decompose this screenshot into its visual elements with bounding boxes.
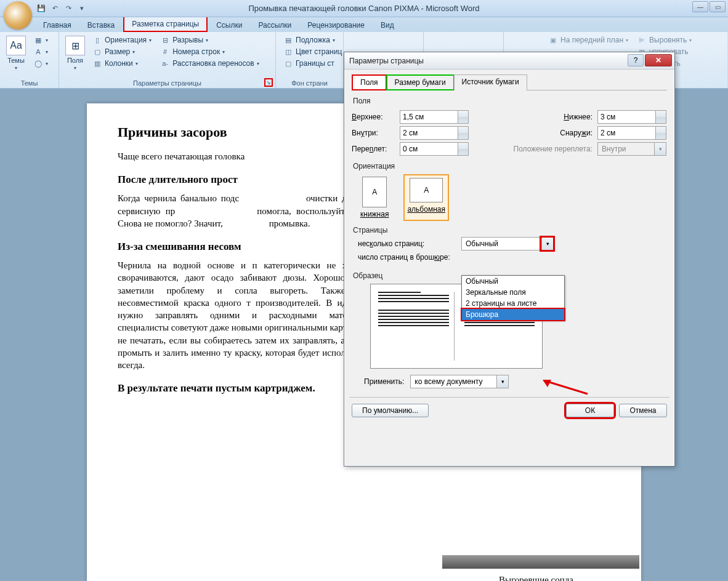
themes-icon: Aa	[6, 36, 26, 55]
multi-pages-label: несколько страниц:	[358, 239, 456, 248]
margins-section-label: Поля	[353, 97, 667, 105]
window-title: Промывка печатающей головки Canon PIXMA …	[0, 4, 728, 13]
dialog-title: Параметры страницы	[349, 57, 424, 65]
portrait-button[interactable]: A книжная	[358, 174, 391, 221]
page-setup-dialog: Параметры страницы ? ✕ Поля Размер бумаг…	[344, 52, 675, 467]
tab-view[interactable]: Вид	[373, 18, 402, 32]
multi-pages-dropdown: Обычный Зеркальные поля 2 страницы на ли…	[461, 275, 565, 321]
dialog-close-button[interactable]: ✕	[645, 54, 672, 66]
redo-icon[interactable]: ↷	[63, 3, 74, 14]
orientation-button[interactable]: ▯Ориентация▾	[90, 34, 154, 46]
top-label: Верхнее:	[352, 113, 395, 121]
columns-button[interactable]: ▥Колонки▾	[90, 58, 154, 69]
cancel-button[interactable]: Отмена	[619, 404, 667, 417]
inside-label: Внутри:	[352, 129, 395, 137]
group-page-bg-label: Фон страни	[281, 79, 338, 87]
hyphenation-button[interactable]: a-Расстановка переносов▾	[158, 58, 262, 69]
gutter-pos-label: Положение переплета:	[512, 145, 593, 153]
doc-h2: После длительного прост	[118, 174, 382, 186]
bring-front-button[interactable]: ▣На передний план▾	[546, 34, 631, 46]
maximize-button[interactable]: ▭	[710, 1, 726, 12]
dropdown-item-normal[interactable]: Обычный	[462, 276, 564, 287]
dropdown-item-two-per[interactable]: 2 страницы на листе	[462, 298, 564, 309]
group-themes-label: Темы	[5, 79, 54, 87]
portrait-icon: A	[362, 177, 387, 207]
line-numbers-button[interactable]: #Номера строк▾	[158, 46, 262, 57]
dialog-tab-paper[interactable]: Размер бумаги	[386, 74, 455, 90]
dialog-tab-source[interactable]: Источник бумаги	[454, 74, 527, 90]
dropdown-item-mirror[interactable]: Зеркальные поля	[462, 287, 564, 298]
apply-label: Применить:	[364, 377, 404, 386]
doc-p1: Чаще всего печатающая головка	[118, 150, 382, 162]
bottom-label: Нижнее:	[512, 113, 593, 121]
page-color-button[interactable]: ◫Цвет страниц	[281, 46, 344, 57]
landscape-icon: A	[410, 178, 443, 202]
gutter-pos-combo: Внутри	[597, 142, 666, 156]
tab-review[interactable]: Рецензирование	[300, 18, 372, 32]
dropdown-item-booklet[interactable]: Брошюра	[462, 309, 564, 320]
doc-h3: Из-за смешивания несовм	[118, 241, 382, 253]
image-placeholder	[442, 555, 639, 569]
landscape-button[interactable]: A альбомная	[403, 174, 449, 221]
tab-insert[interactable]: Вставка	[80, 18, 123, 32]
apply-combo[interactable]: ко всему документу	[410, 375, 509, 388]
dialog-tabs: Поля Размер бумаги Источник бумаги	[352, 74, 667, 90]
margins-icon: ⊞	[65, 36, 85, 55]
titlebar: 💾 ↶ ↷ ▾ Промывка печатающей головки Cano…	[0, 0, 728, 17]
doc-h4: В результате печати пустым картриджем.	[118, 382, 382, 395]
default-button[interactable]: По умолчанию...	[352, 404, 429, 417]
breaks-button[interactable]: ⊟Разрывы▾	[158, 34, 262, 46]
pages-section-label: Страницы	[353, 226, 667, 234]
inside-margin-input[interactable]: 2 см	[400, 126, 469, 140]
qat-dropdown-icon[interactable]: ▾	[76, 3, 87, 14]
quick-access-toolbar: 💾 ↶ ↷ ▾	[36, 3, 87, 14]
outside-label: Снаружи:	[512, 129, 593, 137]
undo-icon[interactable]: ↶	[49, 3, 60, 14]
minimize-button[interactable]: —	[692, 1, 708, 12]
themes-button[interactable]: Aa Темы ▾	[5, 34, 27, 78]
window-controls: — ▭	[692, 1, 726, 12]
save-icon[interactable]: 💾	[36, 3, 47, 14]
image-caption: Выгоревшие сопла	[499, 575, 573, 581]
theme-effects[interactable]: ◯▾	[31, 58, 51, 69]
multi-pages-combo[interactable]: Обычный	[461, 237, 554, 250]
doc-h1: Причины засоров	[118, 124, 382, 140]
office-button[interactable]	[4, 1, 32, 30]
ok-button[interactable]: ОК	[566, 404, 614, 417]
ribbon-tabs: Главная Вставка Разметка страницы Ссылки…	[0, 17, 728, 32]
margins-button[interactable]: ⊞ Поля ▾	[64, 34, 86, 78]
outside-margin-input[interactable]: 2 см	[597, 126, 666, 140]
theme-fonts[interactable]: A▾	[31, 46, 51, 57]
tab-references[interactable]: Ссылки	[209, 18, 249, 32]
tab-mailings[interactable]: Рассылки	[251, 18, 299, 32]
dialog-titlebar[interactable]: Параметры страницы ? ✕	[344, 52, 674, 70]
bottom-margin-input[interactable]: 3 см	[597, 110, 666, 124]
top-margin-input[interactable]: 1,5 см	[400, 110, 469, 124]
gutter-input[interactable]: 0 см	[400, 142, 469, 156]
dialog-help-button[interactable]: ?	[628, 54, 644, 66]
orientation-section-label: Ориентация	[353, 162, 667, 170]
gutter-label: Переплет:	[352, 145, 395, 153]
page-setup-launcher[interactable]: ↘	[264, 78, 273, 87]
size-button[interactable]: ▢Размер▾	[90, 46, 154, 57]
tab-home[interactable]: Главная	[36, 18, 79, 32]
tab-page-layout[interactable]: Разметка страницы	[123, 16, 208, 32]
dialog-tab-margins[interactable]: Поля	[352, 74, 387, 90]
watermark-button[interactable]: ▤Подложка▾	[281, 34, 344, 46]
align-button[interactable]: ⊫Выровнять▾	[634, 34, 694, 46]
theme-colors[interactable]: ▦▾	[31, 34, 51, 46]
page-borders-button[interactable]: ▢Границы ст	[281, 58, 344, 69]
sheets-label: число страниц в брошюре:	[358, 253, 456, 262]
doc-p2: Когда чернила банально подс очистки дюз …	[118, 192, 382, 230]
group-page-setup-label: Параметры страницы	[64, 79, 270, 87]
doc-p3: Чернила на водной основе и п категоричес…	[118, 259, 382, 371]
